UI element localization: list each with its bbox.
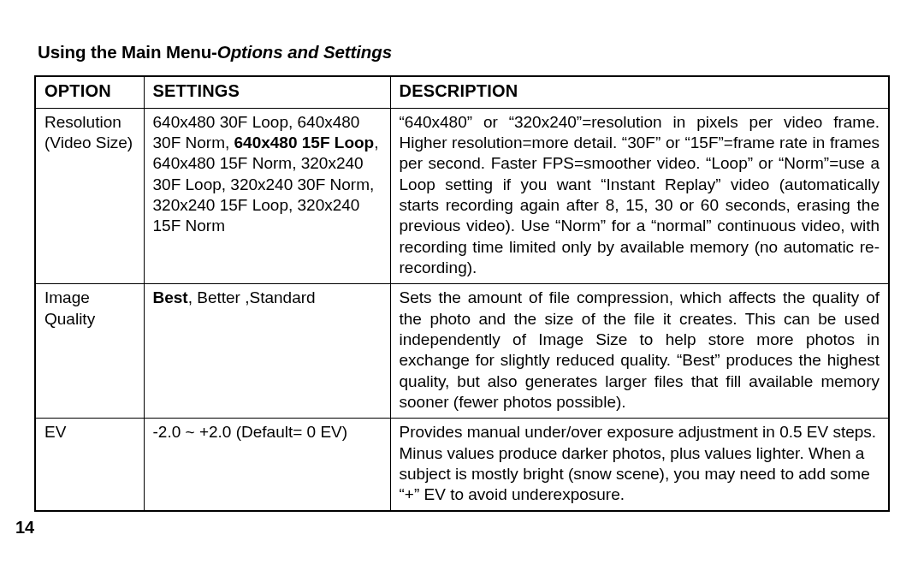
option-line: Image [44,288,90,306]
heading-text-b: Options and Settings [217,42,392,62]
option-line: Quality [44,310,95,328]
cell-settings: Best, Better ,Standard [144,284,390,419]
option-line: Resolution [44,113,121,131]
col-description: DESCRIPTION [390,76,889,108]
table-header-row: OPTION SETTINGS DESCRIPTION [35,76,889,108]
heading-text-a: Using the Main Menu- [38,42,217,62]
cell-description: Provides manual under/over exposure adju… [390,419,889,512]
settings-text: , Better ,Standard [188,288,316,306]
cell-description: “640x480” or “320x240”=resolution in pix… [390,108,889,284]
table-row: EV -2.0 ~ +2.0 (Default= 0 EV) Provides … [35,419,889,512]
settings-default: Best [153,288,188,306]
cell-settings: -2.0 ~ +2.0 (Default= 0 EV) [144,419,390,512]
cell-option: Image Quality [35,284,144,419]
cell-option: Resolution (Video Size) [35,108,144,284]
options-table: OPTION SETTINGS DESCRIPTION Resolution (… [34,75,890,512]
page-number: 14 [15,517,890,539]
option-line: (Video Size) [44,134,133,151]
table-row: Resolution (Video Size) 640x480 30F Loop… [35,108,889,284]
table-row: Image Quality Best, Better ,Standard Set… [35,284,889,419]
cell-option: EV [35,419,144,512]
settings-default: 640x480 15F Loop [234,134,375,151]
section-heading: Using the Main Menu-Options and Settings [38,41,890,63]
col-settings: SETTINGS [144,76,390,108]
cell-settings: 640x480 30F Loop, 640x480 30F Norm, 640x… [144,108,390,284]
col-option: OPTION [35,76,144,108]
cell-description: Sets the amount of file compression, whi… [390,284,889,419]
